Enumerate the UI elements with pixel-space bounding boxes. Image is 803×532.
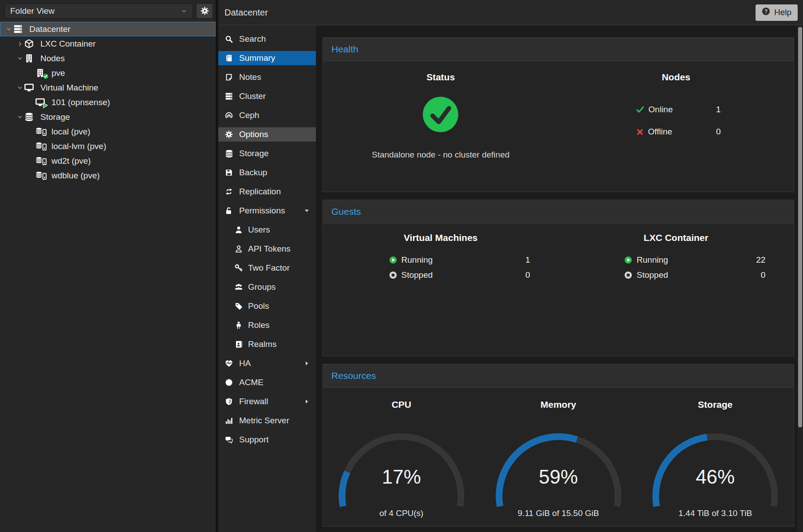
vm-icon [35,98,47,107]
nav-item-acme[interactable]: ACME [218,375,316,390]
nav-item-label: Backup [239,168,267,177]
page-title: Datacenter [218,8,268,18]
tree-item-label: Virtual Machine [40,83,98,93]
status-row-offline: Offline0 [636,125,721,138]
expand-arrow-icon[interactable] [304,361,310,366]
status-row-stopped: Stopped0 [624,269,765,281]
health-panel-title: Health [331,44,358,55]
chevron-down-icon[interactable] [4,27,13,32]
status-row-label: Running [402,255,433,265]
tree-item-wd2t-pve[interactable]: wd2t (pve) [0,154,216,168]
nodes-icon [24,54,36,63]
resource-tree: DatacenterLXC ContainerNodespveVirtual M… [0,22,216,183]
view-mode-select[interactable]: Folder View [4,4,193,19]
guests-panel-body: Virtual MachinesRunning1Stopped0LXC Cont… [323,224,794,356]
nav-item-label: Cluster [239,91,266,101]
storage-icon [24,112,36,122]
chevron-down-icon [181,8,187,14]
help-button[interactable]: ? Help [756,4,798,21]
guest-column-lxc-container: LXC ContainerRunning22Stopped0 [559,224,794,356]
gauge-chart: 46% [649,433,782,508]
gauge-cpu: CPU17%of 4 CPU(s) [323,388,480,526]
nav-item-replication[interactable]: Replication [218,185,316,199]
nav-item-firewall[interactable]: Firewall [218,394,316,409]
nav-item-support[interactable]: Support [218,433,316,447]
vm-icon [24,83,36,92]
cluster-icon [224,92,233,100]
gauge-detail: 1.44 TiB of 3.10 TiB [678,508,752,518]
tree-item-label: Nodes [40,54,65,63]
nav-item-search[interactable]: Search [218,32,316,46]
nav-item-label: Storage [239,149,269,158]
datacenter-nav-menu: SearchSummaryNotesClusterCephOptions Sto… [218,25,316,532]
running-icon [389,256,397,264]
nav-item-ceph[interactable]: Ceph [218,108,316,122]
storage-drive-icon [35,171,47,180]
tree-item-wdblue-pve[interactable]: wdblue (pve) [0,168,216,183]
tree-settings-button[interactable] [196,4,213,19]
storage-drive-icon [35,157,47,165]
status-row-value: 0 [716,127,721,137]
gauge-heading: Memory [540,399,576,410]
gauge-detail: of 4 CPU(s) [379,508,423,518]
nav-item-storage[interactable]: Storage [218,146,316,161]
status-ok-badge-icon [43,74,48,79]
nav-item-label: Users [248,225,270,235]
nav-item-label: Realms [248,339,276,349]
tree-item-label: 101 (opnsense) [51,98,110,107]
gauge-storage: Storage46%1.44 TiB of 3.10 TiB [637,388,794,526]
nav-item-label: Support [239,435,269,445]
nav-item-backup[interactable]: Backup [218,166,316,180]
question-icon: ? [762,7,770,18]
chevron-down-icon[interactable] [16,114,24,120]
tree-toolbar: Folder View [0,0,216,22]
nav-item-cluster[interactable]: Cluster [218,89,316,103]
tree-item-local-lvm-pve[interactable]: local-lvm (pve) [0,139,216,154]
nav-item-label: Replication [239,187,281,197]
nav-item-permissions[interactable]: Permissions [218,204,316,218]
resources-panel-header: Resources [323,364,794,388]
nav-item-pools[interactable]: Pools [218,299,316,313]
nav-item-roles[interactable]: Roles [218,318,316,332]
nav-item-label: HA [239,359,251,368]
scrollbar-thumb[interactable] [798,27,802,427]
nav-item-two-factor[interactable]: Two Factor [218,261,316,275]
tree-item-lxc-container[interactable]: LXC Container [0,36,216,51]
nav-item-metric-server[interactable]: Metric Server [218,414,316,428]
nav-item-api-tokens[interactable]: API Tokens [218,242,316,256]
tree-item-label: local-lvm (pve) [51,142,106,151]
nav-item-options[interactable]: Options [218,127,316,142]
tree-item-storage[interactable]: Storage [0,110,216,124]
status-row-stopped: Stopped0 [389,269,530,281]
options-icon [224,130,233,138]
tree-item-101-opnsense[interactable]: 101 (opnsense) [0,95,216,110]
cluster-status-message: Standalone node - no cluster defined [372,150,510,160]
nav-item-notes[interactable]: Notes [218,70,316,84]
tree-item-nodes[interactable]: Nodes [0,51,216,66]
tree-item-virtual-machine[interactable]: Virtual Machine [0,80,216,95]
nav-item-summary[interactable]: Summary [218,51,316,65]
backup-icon [224,169,233,177]
nav-item-label: Roles [248,320,270,330]
gauge-chart: 59% [492,433,625,508]
right-pane: Datacenter ? Help SearchSummaryNotesClus… [218,0,803,532]
collapse-arrow-icon[interactable] [304,208,310,214]
status-row-value: 0 [525,270,530,280]
tree-item-pve[interactable]: pve [0,66,216,80]
vertical-scrollbar[interactable] [797,25,803,532]
nav-item-realms[interactable]: Realms [218,337,316,351]
chevron-down-icon[interactable] [16,85,24,91]
nav-item-label: Pools [248,301,269,311]
tree-item-local-pve[interactable]: local (pve) [0,124,216,139]
pools-icon [234,302,243,310]
health-panel-body: Status Standalone node - no cluster defi… [323,61,794,192]
expand-arrow-icon[interactable] [304,399,310,405]
nav-item-ha[interactable]: HA [218,356,316,370]
chevron-down-icon[interactable] [16,56,24,61]
gauge-heading: Storage [698,399,732,410]
nav-item-users[interactable]: Users [218,223,316,237]
gauge-percent: 46% [649,466,782,488]
chevron-right-icon[interactable] [16,41,24,47]
tree-item-datacenter[interactable]: Datacenter [0,22,216,36]
nav-item-groups[interactable]: Groups [218,280,316,294]
